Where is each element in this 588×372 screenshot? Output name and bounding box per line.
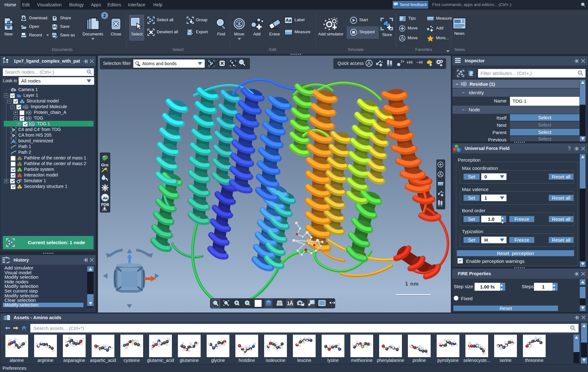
svg-text:R: R (32, 123, 34, 126)
svg-text:M: M (25, 106, 27, 109)
svg-text:R: R (464, 83, 466, 86)
svg-text:Aa: Aa (286, 18, 291, 23)
svg-text:2+: 2+ (401, 59, 404, 63)
